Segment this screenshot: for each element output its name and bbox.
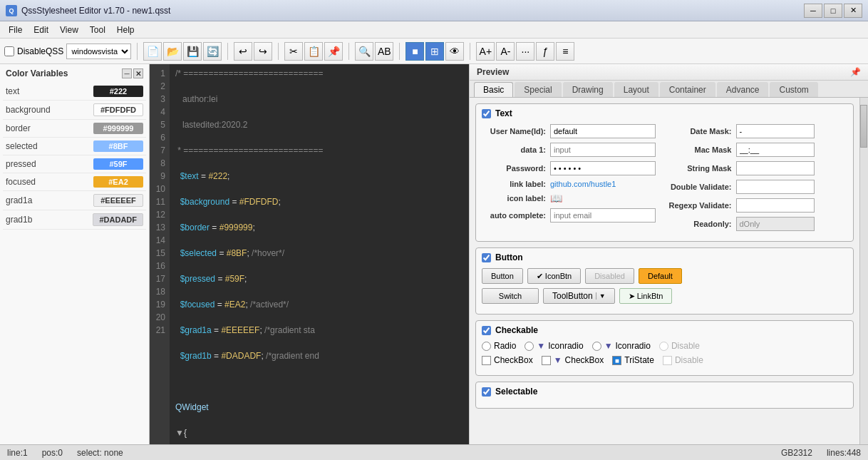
tab-drawing[interactable]: Drawing [563,82,613,97]
sep3 [278,43,279,60]
color-swatch-border[interactable]: #999999 [93,123,143,134]
menu-bar: File Edit View Tool Help [0,21,868,39]
minimize-button[interactable]: ─ [804,4,822,18]
more-button[interactable]: ··· [516,42,534,61]
font-smaller-button[interactable]: A- [496,42,515,61]
tab-custom[interactable]: Custom [770,82,817,97]
password-input[interactable] [550,161,656,175]
toolbutton-arrow[interactable]: ▼ [596,292,606,300]
switch-button[interactable]: Switch [482,288,539,304]
disable-check-label: Disable [675,355,703,365]
menu-help[interactable]: Help [111,24,140,36]
panel-minimize-button[interactable]: ─ [122,68,132,78]
preview-scrollbar[interactable] [859,98,868,444]
color-panel-header: Color Variables ─ ✕ [3,67,146,83]
color-swatch-grad1b[interactable]: #DADADF [93,213,143,226]
grid-view-button[interactable]: ⊞ [425,42,444,61]
text-section-checkbox[interactable] [482,109,491,118]
link-value[interactable]: github.com/hustle1 [550,180,616,188]
preview-scrollbar-thumb[interactable] [860,105,867,148]
linkbtn-btn[interactable]: ➤ LinkBtn [619,288,673,304]
replace-button[interactable]: AB [375,42,393,61]
toolbutton-btn[interactable]: ToolButton ▼ [543,288,615,304]
doublevalidate-input[interactable] [736,180,815,194]
color-row-background: background #FDFDFD [3,101,146,120]
tab-basic[interactable]: Basic [474,82,513,97]
color-swatch-pressed[interactable]: #59F [93,158,143,170]
stringmask-input[interactable] [736,161,815,175]
button-btn[interactable]: Button [482,268,523,284]
color-swatch-selected[interactable]: #8BF [93,140,143,152]
color-name-pressed: pressed [6,159,56,169]
style-select[interactable]: windowsvista fusion windows [66,44,131,59]
checkable-section-checkbox[interactable] [482,326,491,335]
window-controls[interactable]: ─ □ ✕ [804,4,862,18]
button-section-checkbox[interactable] [482,253,491,262]
status-bar: line:1 pos:0 select: none GB2312 lines:4… [0,444,868,460]
save-button[interactable]: 💾 [183,42,202,61]
disable-check-button[interactable] [663,356,672,365]
tab-layout[interactable]: Layout [614,82,658,97]
symbol-button[interactable]: ƒ [536,42,554,61]
cut-button[interactable]: ✂ [284,42,303,61]
disabled-btn[interactable]: Disabled [585,268,634,284]
format-button[interactable]: ≡ [556,42,574,61]
close-button[interactable]: ✕ [844,4,862,18]
preview-button[interactable]: 👁 [445,42,464,61]
maximize-button[interactable]: □ [824,4,842,18]
readonly-input[interactable] [736,217,815,231]
file-toolbar-group: 📄 📂 💾 🔄 [143,42,222,61]
color-swatch-text[interactable]: #222 [93,86,143,97]
redo-button[interactable]: ↪ [254,42,272,61]
panel-close-button[interactable]: ✕ [133,68,143,78]
preview-tabs: Basic Special Drawing Layout Container A… [470,81,868,98]
color-swatch-focused[interactable]: #EA2 [93,176,143,188]
radio-button[interactable] [482,342,491,351]
iconradio2-label: Iconradio [616,341,651,351]
tab-special[interactable]: Special [515,82,561,97]
open-button[interactable]: 📂 [163,42,182,61]
default-btn[interactable]: Default [639,268,682,284]
regexpvalidate-input[interactable] [736,198,815,213]
selectable-section-checkbox[interactable] [482,387,491,397]
data1-row: data 1: [482,143,662,157]
iconradio1-button[interactable] [525,342,534,351]
tristate-button[interactable]: ■ [612,356,621,365]
new-button[interactable]: 📄 [143,42,162,61]
disable-qss-checkbox[interactable] [4,46,14,56]
copy-button[interactable]: 📋 [304,42,323,61]
menu-edit[interactable]: Edit [28,24,54,36]
reload-button[interactable]: 🔄 [203,42,222,61]
color-swatch-background[interactable]: #FDFDFD [93,103,143,116]
code-content[interactable]: 1 2 3 4 5 6 7 8 9 10 11 12 13 14 15 16 1… [150,64,469,444]
code-lines[interactable]: /* ============================ author:l… [170,64,469,444]
radio-item: Radio [482,341,516,351]
sep5 [399,43,400,60]
find-button[interactable]: 🔍 [355,42,373,61]
tab-advance[interactable]: Advance [717,82,769,97]
font-bigger-button[interactable]: A+ [476,42,495,61]
color-view-button[interactable]: ■ [405,42,424,61]
data1-input[interactable] [550,143,656,157]
menu-tool[interactable]: Tool [84,24,111,36]
icon-checkbox-button[interactable] [542,356,551,365]
color-swatch-grad1a[interactable]: #EEEEEF [93,194,143,207]
macmask-input[interactable] [736,143,815,157]
checkbox-button[interactable] [482,356,491,365]
datemask-input[interactable] [736,124,815,138]
username-input[interactable] [550,124,656,138]
tab-container[interactable]: Container [660,82,715,97]
window-title: QssStylesheet Editor v1.70 - new1.qsst [21,6,170,16]
code-editor[interactable]: 1 2 3 4 5 6 7 8 9 10 11 12 13 14 15 16 1… [150,64,469,444]
readonly-row: Readonly: [668,217,848,231]
disable-radio-button[interactable] [659,342,668,351]
status-pos: pos:0 [42,448,63,458]
iconbtn-btn[interactable]: ✔ IconBtn [527,268,581,284]
undo-button[interactable]: ↩ [234,42,252,61]
menu-view[interactable]: View [54,24,84,36]
autocomplete-input[interactable] [550,208,656,223]
menu-file[interactable]: File [3,24,28,36]
disable-qss-label: DisableQSS [17,46,63,56]
paste-button[interactable]: 📌 [324,42,343,61]
iconradio2-button[interactable] [592,342,601,351]
